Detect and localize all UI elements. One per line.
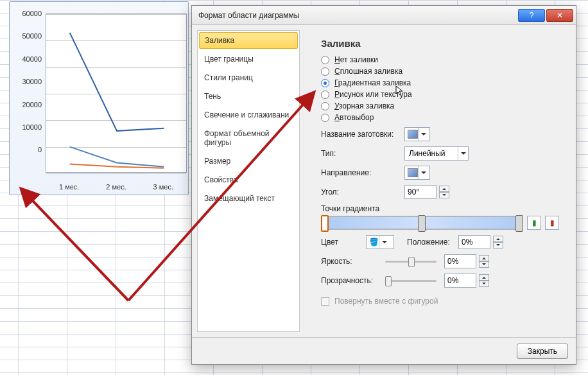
sidebar-item[interactable]: Замещающий текст [198,189,299,208]
gradient-stop[interactable] [418,215,426,232]
remove-stop-icon: ▮ [550,218,555,227]
radio-label: Нет заливки [334,55,378,64]
brightness-label: Яркость: [321,257,385,266]
direction-label: Направление: [321,168,404,177]
help-button[interactable]: ? [518,9,545,22]
chart-x-axis-labels: 1 мес.2 мес.3 мес. [46,183,187,191]
sidebar-item[interactable]: Заливка [199,32,298,49]
rotate-with-shape-checkbox [321,297,329,306]
transparency-spinner[interactable]: 0% [444,274,476,288]
add-gradient-stop-button[interactable]: ▮ [527,216,541,230]
brightness-spinner[interactable]: 0% [444,254,476,268]
embedded-chart[interactable]: 6000050000400003000020000100000 1 мес.2 … [9,1,189,195]
preset-combo[interactable] [404,127,430,141]
radio-label: Рисунок или текстура [334,90,412,99]
brightness-spin-buttons[interactable] [479,255,489,268]
help-icon: ? [530,11,534,20]
angle-value: 90° [405,188,436,196]
gradient-stop[interactable] [321,215,329,232]
fill-pane: Заливка Нет заливкиСплошная заливкаГради… [304,30,571,332]
direction-swatch [408,168,418,177]
transparency-spin-buttons[interactable] [479,274,489,287]
chevron-down-icon [418,166,428,179]
position-spin-buttons[interactable] [493,236,503,249]
fill-type-radio[interactable]: Нет заливки [321,55,559,64]
pane-title: Заливка [321,38,559,49]
preset-label: Название заготовки: [321,130,404,139]
angle-spin-buttons[interactable] [439,186,449,198]
chevron-down-icon [458,147,468,160]
gradient-stops-bar[interactable] [321,216,523,230]
dialog-footer: Закрыть [192,337,576,364]
direction-combo[interactable] [404,166,430,180]
gradient-stop[interactable] [515,215,523,232]
radio-icon [321,91,329,99]
type-label: Тип: [321,149,404,158]
close-icon: ✕ [557,11,563,20]
color-picker[interactable]: 🪣 [366,235,394,249]
radio-label: Автовыбор [334,113,374,122]
preset-swatch [408,130,418,139]
type-combo[interactable]: Линейный [404,146,469,161]
fill-type-radio[interactable]: Рисунок или текстура [321,90,559,99]
dialog-titlebar[interactable]: Формат области диаграммы ? ✕ [192,6,576,25]
format-chart-area-dialog: Формат области диаграммы ? ✕ ЗаливкаЦвет… [191,5,576,365]
radio-icon [321,67,329,76]
sidebar-item[interactable]: Формат объемной фигуры [198,125,299,152]
position-spinner[interactable]: 0% [458,235,490,249]
dialog-side-nav: ЗаливкаЦвет границыСтили границТеньСвече… [197,30,300,332]
fill-type-radio[interactable]: Сплошная заливка [321,67,559,76]
sidebar-item[interactable]: Размер [198,152,299,171]
sidebar-item[interactable]: Тень [198,87,299,106]
radio-icon [321,102,329,110]
transparency-label: Прозрачность: [321,276,385,285]
chevron-down-icon [418,128,428,141]
sidebar-item[interactable]: Стили границ [198,69,299,87]
chevron-down-icon [379,236,389,249]
fill-type-radio[interactable]: Градиентная заливка [321,78,559,87]
transparency-slider[interactable] [385,274,437,287]
dialog-title: Формат области диаграммы [198,11,299,20]
angle-spinner[interactable]: 90° [404,185,437,199]
radio-icon [321,79,329,87]
radio-label: Градиентная заливка [334,78,411,87]
chart-y-axis-labels: 6000050000400003000020000100000 [13,10,42,169]
angle-label: Угол: [321,188,404,196]
type-value: Линейный [405,149,458,158]
paint-bucket-icon: 🪣 [367,238,379,247]
chart-plot-area [46,13,187,173]
fill-type-radio[interactable]: Узорная заливка [321,101,559,110]
radio-icon [321,114,329,122]
fill-type-radio[interactable]: Автовыбор [321,113,559,122]
brightness-slider[interactable] [385,255,437,268]
sidebar-item[interactable]: Цвет границы [198,50,299,69]
gradient-stops-label: Точки градиента [321,204,559,213]
radio-icon [321,56,329,64]
color-label: Цвет [321,238,366,247]
sidebar-item[interactable]: Свойства [198,171,299,189]
radio-label: Узорная заливка [334,101,394,110]
close-button[interactable]: Закрыть [517,344,568,359]
sidebar-item[interactable]: Свечение и сглаживани [198,106,299,125]
remove-gradient-stop-button[interactable]: ▮ [545,216,559,230]
position-label: Положение: [407,238,458,247]
rotate-with-shape-label: Повернуть вместе с фигурой [334,297,438,306]
close-window-button[interactable]: ✕ [546,9,573,22]
add-stop-icon: ▮ [532,218,537,227]
radio-label: Сплошная заливка [334,67,402,76]
